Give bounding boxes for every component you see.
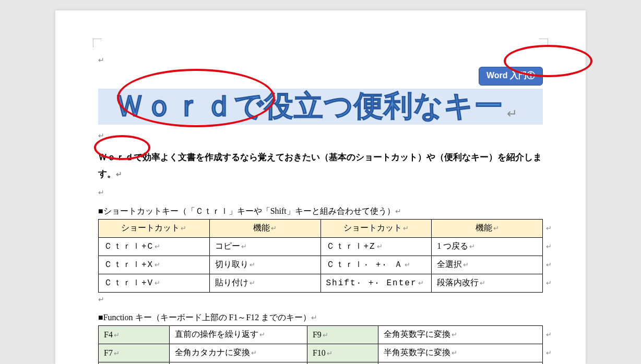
table-cell: F7↵: [99, 344, 170, 362]
table-cell: 1 つ戻る↵↵: [432, 237, 543, 256]
title-block: Ｗｏｒｄで役立つ便利なキー↵: [98, 89, 543, 125]
table-cell: 全角カタカナに変換↵: [170, 344, 307, 362]
series-badge: Word 入門①: [479, 67, 543, 86]
margin-corner-mark: [93, 39, 102, 47]
table-header-row: ショートカット↵ 機能↵ ショートカット↵ 機能↵↵: [99, 219, 543, 237]
table-cell: Ｃｔｒｌ+V↵: [99, 274, 210, 292]
document-content: ↵ Word 入門① Ｗｏｒｄで役立つ便利なキー↵ ↵ Ｗｏｒｄで効率よく文書を…: [98, 53, 543, 364]
table-cell: Ｃｔｒｌ+C↵: [99, 237, 210, 256]
table-header-cell: ショートカット↵: [99, 219, 210, 237]
margin-corner-mark: [539, 39, 548, 47]
table-cell: Ｃｔｒｌ· +· Ａ↵: [320, 256, 432, 274]
table-cell: 半角英数字に変換↵↵: [378, 344, 543, 362]
paragraph-mark: ↵: [98, 130, 543, 141]
table-cell: 半角カタカナに変換↵: [170, 362, 307, 364]
table-cell: 貼り付け↵: [209, 274, 320, 292]
table-cell: 名前を付けて保存↵↵: [378, 362, 543, 364]
table-cell: Ｃｔｒｌ+X↵: [99, 256, 210, 274]
table-header-cell: 機能↵: [209, 219, 320, 237]
section-heading-function-keys: ■Function キー（キーボード上部の F1～F12 までのキー）↵: [98, 312, 543, 323]
document-viewport: ↵ Word 入門① Ｗｏｒｄで役立つ便利なキー↵ ↵ Ｗｏｒｄで効率よく文書を…: [0, 0, 641, 364]
table-cell: 段落内改行↵↵: [432, 274, 543, 292]
table-cell: 全角英数字に変換↵↵: [378, 325, 543, 344]
table-row: Ｃｔｒｌ+X↵ 切り取り↵ Ｃｔｒｌ· +· Ａ↵ 全選択↵↵: [99, 256, 543, 274]
function-key-table: F4↵ 直前の操作を繰り返す↵ F9↵ 全角英数字に変換↵↵ F7↵ 全角カタカ…: [98, 325, 543, 364]
table-row: Ｃｔｒｌ+V↵ 貼り付け↵ Shift· +· Enter↵ 段落内改行↵↵: [99, 274, 543, 292]
document-title: Ｗｏｒｄで役立つ便利なキー: [115, 89, 504, 122]
table-header-cell: 機能↵↵: [432, 219, 543, 237]
table-cell: F10↵: [307, 344, 378, 362]
intro-paragraph: Ｗｏｒｄで効率よく文書を作成するなら覚えておきたい（基本のショートカット）や（便…: [98, 149, 543, 183]
paragraph-mark: ↵: [98, 187, 543, 198]
table-cell: F12↵: [307, 362, 378, 364]
page: ↵ Word 入門① Ｗｏｒｄで役立つ便利なキー↵ ↵ Ｗｏｒｄで効率よく文書を…: [55, 10, 586, 364]
table-cell: F9↵: [307, 325, 378, 344]
table-cell: 全選択↵↵: [432, 256, 543, 274]
table-row: F7↵ 全角カタカナに変換↵ F10↵ 半角英数字に変換↵↵: [99, 344, 543, 362]
paragraph-mark: ↵: [98, 294, 543, 305]
table-row: F8↵ 半角カタカナに変換↵ F12↵ 名前を付けて保存↵↵: [99, 362, 543, 364]
table-row: Ｃｔｒｌ+C↵ コピー↵ Ｃｔｒｌ+Z↵ 1 つ戻る↵↵: [99, 237, 543, 256]
table-cell: Ｃｔｒｌ+Z↵: [320, 237, 432, 256]
badge-row: Word 入門①: [98, 67, 543, 86]
table-cell: 切り取り↵: [209, 256, 320, 274]
table-cell: 直前の操作を繰り返す↵: [170, 325, 307, 344]
table-row: F4↵ 直前の操作を繰り返す↵ F9↵ 全角英数字に変換↵↵: [99, 325, 543, 344]
paragraph-mark: ↵: [98, 54, 543, 66]
table-cell: コピー↵: [209, 237, 320, 256]
table-cell: F8↵: [99, 362, 170, 364]
shortcut-table: ショートカット↵ 機能↵ ショートカット↵ 機能↵↵ Ｃｔｒｌ+C↵ コピー↵ …: [98, 219, 543, 293]
table-cell: F4↵: [99, 325, 170, 344]
paragraph-mark: ↵: [507, 106, 517, 120]
section-heading-shortcuts: ■ショートカットキー（「Ｃｔｒｌ」キーや「Shift」キーと組み合わせて使う）↵: [98, 206, 543, 217]
table-cell: Shift· +· Enter↵: [320, 274, 432, 292]
table-header-cell: ショートカット↵: [320, 219, 432, 237]
